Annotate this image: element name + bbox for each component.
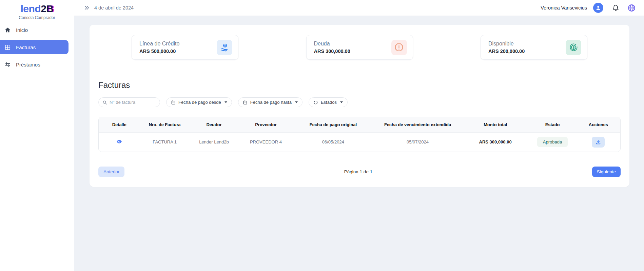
- pagination: Anterior Página 1 de 1 Siguiente: [98, 167, 621, 177]
- cell-provider: PROVEEDOR 4: [238, 132, 293, 152]
- sidebar: lend2B Consola Comprador Inicio Facturas…: [0, 0, 74, 271]
- sidebar-collapse-icon[interactable]: [84, 5, 90, 11]
- sidebar-item-label: Préstamos: [16, 62, 40, 67]
- alert-octagon-icon: [391, 40, 407, 55]
- page-info: Página 1 de 1: [124, 169, 592, 174]
- view-detail-button[interactable]: [116, 139, 122, 144]
- stat-value: ARS 300,000.00: [314, 49, 350, 54]
- search-icon: [102, 100, 107, 105]
- stat-card-linea-de-credito: Línea de Crédito ARS 500,000.00 $: [132, 35, 238, 60]
- brand-logo: lend2B: [0, 3, 74, 14]
- download-icon: [596, 139, 601, 145]
- svg-text:$: $: [224, 44, 226, 47]
- page-title: Facturas: [98, 80, 621, 90]
- invoice-search[interactable]: [98, 97, 160, 107]
- stat-value: ARS 200,000.00: [488, 49, 525, 54]
- filter-date-from[interactable]: Fecha de pago desde: [166, 97, 232, 107]
- table-header-row: Detalle Nro. de Factura Deudor Proveedor…: [99, 117, 620, 132]
- notifications-bell-icon[interactable]: [612, 4, 619, 12]
- column-header: Detalle: [99, 117, 140, 132]
- main-panel: Línea de Crédito ARS 500,000.00 $ Deuda …: [90, 25, 629, 187]
- circle-icon: [313, 100, 318, 105]
- stat-card-deuda: Deuda ARS 300,000.00: [306, 35, 413, 60]
- brand-logo-lend: lend: [20, 3, 41, 14]
- topbar: 4 de abril de 2024 Veronica Vansevicius: [74, 0, 644, 16]
- stat-card-disponible: Disponible ARS 200,000.00 $: [481, 35, 587, 60]
- sidebar-item-label: Inicio: [16, 27, 28, 33]
- coins-icon: $: [566, 40, 581, 55]
- current-date: 4 de abril de 2024: [94, 5, 134, 11]
- user-avatar[interactable]: [593, 3, 603, 13]
- user-name: Veronica Vansevicius: [541, 5, 587, 11]
- sidebar-item-prestamos[interactable]: Préstamos: [0, 57, 74, 72]
- filter-date-to[interactable]: Fecha de pago hasta: [238, 97, 303, 107]
- hand-coin-icon: $: [217, 40, 232, 55]
- filters-row: Fecha de pago desde Fecha de pago hasta …: [98, 97, 621, 107]
- sidebar-item-label: Facturas: [16, 44, 36, 50]
- language-globe-icon[interactable]: [627, 4, 636, 12]
- table-row: FACTURA 1 Lender Lend2b PROVEEDOR 4 06/0…: [99, 132, 620, 152]
- stat-value: ARS 500,000.00: [139, 49, 179, 54]
- grid-icon: [4, 44, 11, 51]
- cell-original-date: 06/05/2024: [293, 132, 373, 152]
- sidebar-nav: Inicio Facturas Préstamos: [0, 22, 74, 72]
- previous-page-button[interactable]: Anterior: [98, 167, 124, 177]
- chevron-down-icon: [295, 101, 298, 103]
- filter-label: Fecha de pago hasta: [250, 100, 292, 105]
- home-icon: [4, 27, 11, 33]
- stat-title: Deuda: [314, 41, 350, 47]
- cell-invoice-number: FACTURA 1: [140, 132, 190, 152]
- next-page-button[interactable]: Siguiente: [592, 167, 621, 177]
- chevron-down-icon: [340, 101, 343, 103]
- filter-states[interactable]: Estados: [309, 97, 348, 107]
- invoices-table: Detalle Nro. de Factura Deudor Proveedor…: [98, 117, 621, 152]
- column-header: Deudor: [190, 117, 239, 132]
- cell-debtor: Lender Lend2b: [190, 132, 239, 152]
- filter-label: Fecha de pago desde: [178, 100, 221, 105]
- download-button[interactable]: [592, 137, 605, 148]
- brand-subtitle: Consola Comprador: [0, 15, 74, 20]
- sidebar-item-inicio[interactable]: Inicio: [0, 22, 74, 37]
- column-header: Proveedor: [238, 117, 293, 132]
- column-header: Fecha de pago original: [293, 117, 373, 132]
- column-header: Estado: [528, 117, 576, 132]
- stat-title: Línea de Crédito: [139, 41, 179, 47]
- column-header: Monto total: [462, 117, 528, 132]
- cell-extended-date: 05/07/2024: [373, 132, 462, 152]
- stats-row: Línea de Crédito ARS 500,000.00 $ Deuda …: [90, 25, 629, 60]
- eye-icon: [116, 139, 122, 144]
- svg-text:$: $: [572, 46, 574, 49]
- calendar-icon: [243, 100, 248, 105]
- brand-logo-b: B: [46, 3, 53, 14]
- brand-logo-2: 2: [41, 3, 46, 14]
- filter-label: Estados: [321, 100, 337, 105]
- person-icon: [595, 5, 601, 11]
- sidebar-item-facturas[interactable]: Facturas: [0, 40, 69, 54]
- column-header: Fecha de vencimiento extendida: [373, 117, 462, 132]
- stat-title: Disponible: [488, 41, 525, 47]
- column-header: Acciones: [577, 117, 620, 132]
- search-input[interactable]: [110, 100, 156, 105]
- cell-amount: ARS 300,000.00: [462, 132, 528, 152]
- chevron-down-icon: [225, 101, 227, 103]
- calendar-icon: [171, 100, 176, 105]
- column-header: Nro. de Factura: [140, 117, 190, 132]
- transfer-icon: [4, 61, 11, 68]
- status-badge: Aprobada: [537, 137, 568, 147]
